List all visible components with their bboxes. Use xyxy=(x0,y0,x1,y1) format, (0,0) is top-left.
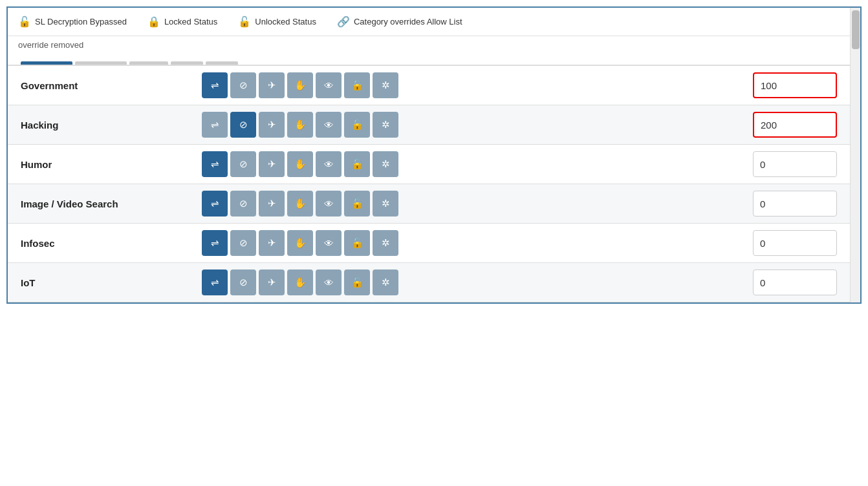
value-input-hacking[interactable] xyxy=(753,112,837,138)
row-label-government: Government xyxy=(21,80,202,91)
icon-btn-government-eye[interactable]: 👁 xyxy=(316,72,342,98)
category-override-icon: 🔗 xyxy=(337,16,350,28)
icon-btn-iot-hand[interactable]: ✋ xyxy=(287,269,313,295)
icon-btn-image-video-search-spin[interactable]: ✲ xyxy=(373,191,398,217)
icon-btn-humor-hand[interactable]: ✋ xyxy=(287,151,313,177)
icon-btn-infosec-eye[interactable]: 👁 xyxy=(316,230,342,256)
icon-group-infosec: ⇌⊘✈✋👁🔓✲ xyxy=(202,230,753,256)
icon-btn-infosec-unlock[interactable]: 🔓 xyxy=(344,230,370,256)
icon-btn-iot-unlock[interactable]: 🔓 xyxy=(344,269,370,295)
icon-btn-government-hand[interactable]: ✋ xyxy=(287,72,313,98)
icon-btn-government-arrows[interactable]: ⇌ xyxy=(202,72,228,98)
value-input-humor[interactable] xyxy=(753,151,837,177)
table-row-image-video-search: Image / Video Search⇌⊘✈✋👁🔓✲ xyxy=(8,184,850,224)
locked-label: Locked Status xyxy=(164,17,217,26)
icon-btn-humor-arrows[interactable]: ⇌ xyxy=(202,151,228,177)
icon-group-government: ⇌⊘✈✋👁🔓✲ xyxy=(202,72,753,98)
value-input-government[interactable] xyxy=(753,72,837,98)
legend-locked: 🔒 Locked Status xyxy=(147,16,217,28)
icon-btn-hacking-unlock[interactable]: 🔓 xyxy=(344,112,370,138)
scrollbar[interactable] xyxy=(850,8,860,302)
legend-bar: 🔓 SL Decryption Bypassed 🔒 Locked Status… xyxy=(8,8,850,36)
row-label-iot: IoT xyxy=(21,277,202,288)
row-label-infosec: Infosec xyxy=(21,238,202,249)
icon-btn-humor-unlock[interactable]: 🔓 xyxy=(344,151,370,177)
icon-btn-image-video-search-plane[interactable]: ✈ xyxy=(259,191,285,217)
main-panel: 🔓 SL Decryption Bypassed 🔒 Locked Status… xyxy=(6,6,862,304)
row-label-image-video-search: Image / Video Search xyxy=(21,198,202,209)
icon-btn-government-spin[interactable]: ✲ xyxy=(373,72,398,98)
icon-btn-hacking-eye[interactable]: 👁 xyxy=(316,112,342,138)
icon-btn-iot-spin[interactable]: ✲ xyxy=(373,269,398,295)
icon-btn-hacking-arrows[interactable]: ⇌ xyxy=(202,112,228,138)
category-table: Government⇌⊘✈✋👁🔓✲Hacking⇌⊘✈✋👁🔓✲Humor⇌⊘✈✋… xyxy=(8,66,850,302)
ssl-bypass-label: SL Decryption Bypassed xyxy=(35,17,127,26)
icon-btn-iot-arrows[interactable]: ⇌ xyxy=(202,269,228,295)
legend-category-override: 🔗 Category overrides Allow List xyxy=(337,16,462,28)
icon-btn-infosec-spin[interactable]: ✲ xyxy=(373,230,398,256)
tab-active[interactable] xyxy=(21,61,72,65)
value-input-iot[interactable] xyxy=(753,269,837,295)
icon-btn-iot-eye[interactable]: 👁 xyxy=(316,269,342,295)
legend-unlocked: 🔓 Unlocked Status xyxy=(238,16,316,28)
table-row-infosec: Infosec⇌⊘✈✋👁🔓✲ xyxy=(8,224,850,263)
unlocked-label: Unlocked Status xyxy=(255,17,316,26)
row-label-humor: Humor xyxy=(21,159,202,170)
icon-btn-infosec-block[interactable]: ⊘ xyxy=(230,230,256,256)
sub-text: override removed xyxy=(8,36,850,56)
table-row-government: Government⇌⊘✈✋👁🔓✲ xyxy=(8,66,850,105)
icon-group-iot: ⇌⊘✈✋👁🔓✲ xyxy=(202,269,753,295)
icon-btn-humor-spin[interactable]: ✲ xyxy=(373,151,398,177)
tab-inactive-4[interactable] xyxy=(206,61,238,65)
icon-btn-humor-plane[interactable]: ✈ xyxy=(259,151,285,177)
icon-btn-humor-block[interactable]: ⊘ xyxy=(230,151,256,177)
value-input-image-video-search[interactable] xyxy=(753,191,837,217)
icon-btn-image-video-search-arrows[interactable]: ⇌ xyxy=(202,191,228,217)
locked-icon: 🔒 xyxy=(147,16,160,28)
icon-btn-iot-block[interactable]: ⊘ xyxy=(230,269,256,295)
icon-group-humor: ⇌⊘✈✋👁🔓✲ xyxy=(202,151,753,177)
icon-btn-infosec-arrows[interactable]: ⇌ xyxy=(202,230,228,256)
icon-btn-humor-eye[interactable]: 👁 xyxy=(316,151,342,177)
tab-inactive-3[interactable] xyxy=(171,61,203,65)
icon-btn-government-block[interactable]: ⊘ xyxy=(230,72,256,98)
value-input-infosec[interactable] xyxy=(753,230,837,256)
icon-btn-hacking-block[interactable]: ⊘ xyxy=(230,112,256,138)
tab-inactive-1[interactable] xyxy=(75,61,127,65)
icon-group-hacking: ⇌⊘✈✋👁🔓✲ xyxy=(202,112,753,138)
category-override-label: Category overrides Allow List xyxy=(354,17,462,26)
unlocked-icon: 🔓 xyxy=(238,16,251,28)
table-row-hacking: Hacking⇌⊘✈✋👁🔓✲ xyxy=(8,105,850,145)
icon-btn-infosec-plane[interactable]: ✈ xyxy=(259,230,285,256)
tabs-row xyxy=(8,56,850,66)
icon-btn-image-video-search-unlock[interactable]: 🔓 xyxy=(344,191,370,217)
ssl-bypass-icon: 🔓 xyxy=(18,16,31,28)
icon-btn-government-unlock[interactable]: 🔓 xyxy=(344,72,370,98)
table-row-iot: IoT⇌⊘✈✋👁🔓✲ xyxy=(8,263,850,302)
icon-btn-infosec-hand[interactable]: ✋ xyxy=(287,230,313,256)
icon-btn-image-video-search-eye[interactable]: 👁 xyxy=(316,191,342,217)
icon-btn-image-video-search-hand[interactable]: ✋ xyxy=(287,191,313,217)
table-row-humor: Humor⇌⊘✈✋👁🔓✲ xyxy=(8,145,850,184)
row-label-hacking: Hacking xyxy=(21,120,202,131)
tab-inactive-2[interactable] xyxy=(129,61,168,65)
legend-ssl-bypass: 🔓 SL Decryption Bypassed xyxy=(18,16,127,28)
icon-btn-iot-plane[interactable]: ✈ xyxy=(259,269,285,295)
icon-btn-hacking-plane[interactable]: ✈ xyxy=(259,112,285,138)
icon-btn-image-video-search-block[interactable]: ⊘ xyxy=(230,191,256,217)
icon-btn-hacking-hand[interactable]: ✋ xyxy=(287,112,313,138)
icon-btn-government-plane[interactable]: ✈ xyxy=(259,72,285,98)
scrollbar-thumb[interactable] xyxy=(852,10,860,49)
icon-group-image-video-search: ⇌⊘✈✋👁🔓✲ xyxy=(202,191,753,217)
icon-btn-hacking-spin[interactable]: ✲ xyxy=(373,112,398,138)
